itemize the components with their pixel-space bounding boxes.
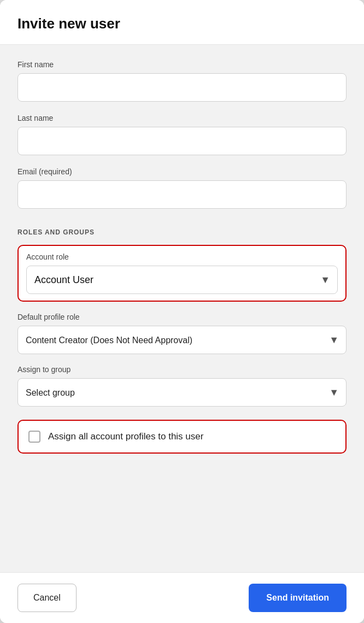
- account-role-highlighted-wrapper: Account role Account User Account Admin …: [17, 245, 347, 302]
- assign-to-group-select-wrapper: Select group ▼: [17, 378, 347, 407]
- modal-title: Invite new user: [17, 15, 347, 32]
- account-role-select[interactable]: Account User Account Admin Account Viewe…: [26, 266, 338, 294]
- default-profile-role-select-wrapper: Content Creator (Does Not Need Approval)…: [17, 326, 347, 354]
- first-name-group: First name: [17, 60, 347, 102]
- modal-header: Invite new user: [0, 0, 364, 45]
- default-profile-role-label: Default profile role: [17, 313, 347, 321]
- email-label: Email (required): [17, 167, 347, 176]
- assign-profiles-label: Assign all account profiles to this user: [48, 431, 203, 442]
- cancel-button[interactable]: Cancel: [17, 584, 77, 612]
- first-name-input[interactable]: [17, 73, 347, 102]
- last-name-label: Last name: [17, 114, 347, 122]
- roles-groups-section-label: ROLES AND GROUPS: [17, 228, 347, 236]
- account-role-select-wrapper: Account User Account Admin Account Viewe…: [26, 266, 338, 294]
- last-name-input[interactable]: [17, 127, 347, 155]
- roles-groups-section: ROLES AND GROUPS Account role Account Us…: [17, 225, 347, 458]
- email-input[interactable]: [17, 180, 347, 209]
- default-profile-role-select[interactable]: Content Creator (Does Not Need Approval)…: [17, 326, 347, 354]
- assign-to-group-label: Assign to group: [17, 365, 347, 374]
- assign-to-group-select[interactable]: Select group: [17, 378, 347, 407]
- modal-body: First name Last name Email (required) RO…: [0, 45, 364, 572]
- email-group: Email (required): [17, 167, 347, 209]
- invite-user-modal: Invite new user First name Last name Ema…: [0, 0, 364, 623]
- account-role-label: Account role: [26, 252, 338, 261]
- last-name-group: Last name: [17, 114, 347, 155]
- assign-profiles-checkbox[interactable]: [28, 431, 40, 443]
- default-profile-role-group: Default profile role Content Creator (Do…: [17, 313, 347, 354]
- send-invitation-button[interactable]: Send invitation: [249, 584, 347, 612]
- modal-footer: Cancel Send invitation: [0, 572, 364, 623]
- first-name-label: First name: [17, 60, 347, 69]
- assign-to-group-wrapper: Assign to group Select group ▼: [17, 365, 347, 407]
- assign-profiles-checkbox-wrapper: Assign all account profiles to this user: [17, 420, 347, 454]
